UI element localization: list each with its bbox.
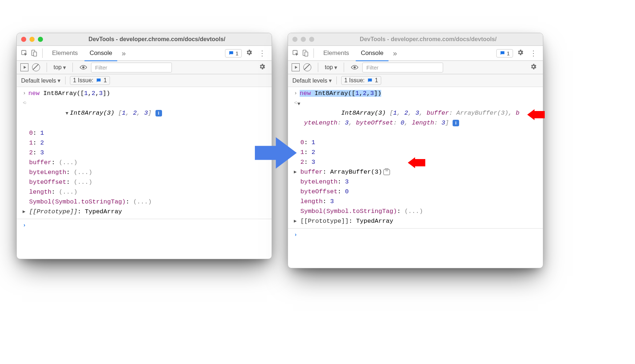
disclosure-open-icon[interactable]: [66, 111, 68, 116]
disclosure-open-icon[interactable]: [297, 99, 300, 109]
console-input-row: › new Int8Array([1,2,3]): [17, 88, 272, 98]
property-row[interactable]: Symbol(Symbol.toStringTag): (...): [300, 206, 543, 216]
prototype-row[interactable]: [[Prototype]]: TypedArray: [29, 207, 272, 217]
console-input-code[interactable]: new Int8Array([1,2,3]): [28, 88, 268, 98]
tree-proto-row: [[Prototype]]: TypedArray: [17, 207, 272, 217]
svg-marker-9: [527, 109, 545, 120]
issues-label: 1 Issue:: [344, 77, 365, 84]
filter-input[interactable]: Filter: [91, 63, 172, 72]
issues-count: 1: [507, 50, 510, 56]
property-row[interactable]: Symbol(Symbol.toStringTag): (...): [29, 197, 272, 207]
device-toggle-icon[interactable]: [30, 49, 38, 57]
property-row[interactable]: 1: 2: [29, 138, 272, 148]
property-row[interactable]: byteOffset: 0: [300, 187, 543, 197]
devtools-window-after: DevTools - developer.chrome.com/docs/dev…: [288, 33, 543, 268]
prompt-icon: ›: [292, 230, 300, 240]
property-row[interactable]: 0: 1: [29, 128, 272, 138]
separator: [336, 76, 337, 84]
property-row[interactable]: 2: 3: [29, 148, 272, 158]
device-toggle-icon[interactable]: [301, 49, 309, 57]
log-levels-selector[interactable]: Default levels: [21, 77, 61, 84]
issues-badge-count: 1: [375, 77, 378, 84]
live-expression-icon[interactable]: [79, 63, 87, 71]
minimize-icon[interactable]: [301, 37, 306, 42]
issues-pill[interactable]: 1 Issue: 1: [341, 76, 382, 85]
console-input-code[interactable]: new Int8Array([1,2,3]): [300, 88, 539, 98]
close-icon[interactable]: [292, 37, 297, 42]
issues-chip[interactable]: 1: [496, 49, 513, 58]
context-selector[interactable]: top: [54, 64, 66, 71]
result-summary[interactable]: Int8Array(3) [1, 2, 3, buffer: ArrayBuff…: [300, 98, 539, 138]
prototype-row[interactable]: [[Prototype]]: TypedArray: [300, 216, 543, 226]
log-levels-selector[interactable]: Default levels: [292, 77, 332, 84]
disclosure-closed-icon[interactable]: [294, 216, 297, 226]
console-toolbar: top Filter: [288, 61, 543, 74]
separator: [65, 76, 66, 84]
clear-console-icon[interactable]: [32, 63, 40, 71]
info-badge-icon[interactable]: [155, 110, 162, 116]
issues-count: 1: [236, 50, 238, 56]
tab-console[interactable]: Console: [356, 46, 389, 61]
property-row[interactable]: byteLength: 3: [300, 177, 543, 187]
clear-console-icon[interactable]: [303, 63, 311, 71]
memory-icon[interactable]: [383, 169, 390, 175]
tab-elements[interactable]: Elements: [318, 46, 354, 60]
inspect-icon[interactable]: [20, 49, 28, 57]
live-expression-icon[interactable]: [351, 63, 359, 71]
console-settings-icon[interactable]: [256, 63, 268, 72]
more-tabs-icon[interactable]: »: [119, 49, 129, 58]
disclosure-closed-icon[interactable]: [23, 207, 25, 217]
console-prompt-row[interactable]: ›: [17, 219, 272, 230]
console-result-row: Int8Array(3) [1, 2, 3, buffer: ArrayBuff…: [288, 98, 543, 138]
prompt-icon: ›: [20, 221, 28, 230]
property-row[interactable]: 0: 1: [300, 138, 543, 147]
close-icon[interactable]: [21, 37, 26, 42]
tabs-bar: Elements Console » 1 ⋮: [288, 46, 543, 61]
maximize-icon[interactable]: [38, 37, 43, 42]
filter-input[interactable]: Filter: [362, 63, 443, 72]
property-row[interactable]: 1: 2: [300, 147, 543, 157]
property-row[interactable]: byteLength: (...): [29, 167, 272, 177]
comparison-arrow-icon: [255, 135, 297, 171]
minimize-icon[interactable]: [29, 37, 35, 42]
more-tabs-icon[interactable]: »: [390, 49, 400, 58]
console-filters-bar: Default levels 1 Issue: 1: [288, 74, 543, 87]
property-row[interactable]: byteOffset: (...): [29, 177, 272, 187]
console-prompt-row[interactable]: ›: [288, 228, 543, 240]
gear-icon[interactable]: [243, 49, 255, 58]
svg-point-3: [83, 67, 84, 68]
tabs-bar: Elements Console » 1 ⋮: [17, 46, 272, 61]
sidebar-toggle-icon[interactable]: [292, 63, 300, 71]
traffic-lights: [21, 37, 43, 42]
sidebar-toggle-icon[interactable]: [20, 63, 28, 71]
info-badge-icon[interactable]: [453, 120, 459, 126]
separator: [318, 63, 318, 72]
property-row[interactable]: buffer: (...): [29, 158, 272, 167]
property-row[interactable]: length: 3: [300, 197, 543, 206]
maximize-icon[interactable]: [309, 37, 314, 42]
property-row[interactable]: length: (...): [29, 187, 272, 197]
gear-icon[interactable]: [514, 49, 526, 58]
issues-chip[interactable]: 1: [225, 49, 242, 58]
separator: [47, 63, 47, 72]
callout-arrow-icon: [408, 157, 425, 170]
titlebar: DevTools - developer.chrome.com/docs/dev…: [17, 33, 272, 46]
inspect-icon[interactable]: [292, 49, 300, 57]
titlebar: DevTools - developer.chrome.com/docs/dev…: [288, 33, 543, 46]
object-tree-continued: byteLength: 3byteOffset: 0length: 3Symbo…: [288, 177, 543, 216]
issues-pill[interactable]: 1 Issue: 1: [70, 76, 110, 85]
prompt-icon: ›: [20, 88, 28, 98]
prompt-icon: ›: [292, 88, 300, 98]
tab-elements[interactable]: Elements: [47, 46, 83, 60]
kebab-icon[interactable]: ⋮: [256, 49, 268, 58]
console-settings-icon[interactable]: [528, 63, 539, 72]
kebab-icon[interactable]: ⋮: [528, 49, 539, 58]
context-selector[interactable]: top: [325, 64, 337, 71]
tree-proto-row: [[Prototype]]: TypedArray: [288, 216, 543, 226]
issues-badge-count: 1: [104, 77, 107, 84]
result-summary[interactable]: Int8Array(3) [1, 2, 3]: [28, 98, 268, 128]
console-filters-bar: Default levels 1 Issue: 1: [17, 74, 272, 87]
tab-console[interactable]: Console: [84, 46, 117, 61]
issues-label: 1 Issue:: [73, 77, 94, 84]
separator: [42, 48, 43, 58]
